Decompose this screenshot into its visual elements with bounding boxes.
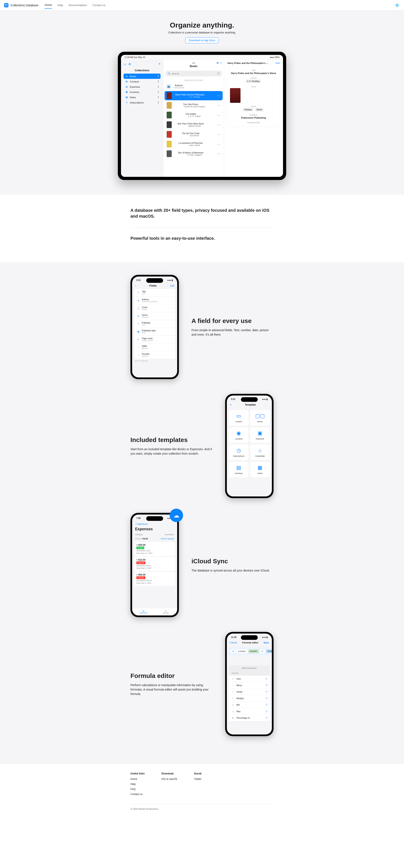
hero-section: Organize anything. Collections is a pers… [0,10,404,195]
sidebar-item: ↻Subscriptions1 [123,100,161,105]
book-item: She: A History of AdventureH. Rider Hagg… [165,149,223,158]
field-item: ◎AuthorsDocuments selection› [134,297,175,305]
book-item: The HobbitJ. R. R. Tolkien⋯ [165,111,223,120]
book-item: Le avventure di PinocchioCarlo Collodi⋯ [165,140,223,149]
cover-image [230,88,240,103]
footer-column: Useful linksHomeHelpFAQContact us [131,772,145,798]
footer-link[interactable]: Help [131,783,145,785]
back-link: ‹ Collections [135,523,148,525]
back-icon: ‹ [135,284,136,287]
plus-icon: + [158,62,161,66]
sidebar-item: ▭Books8 [123,73,161,79]
globe-icon[interactable]: 🌐 [394,2,400,8]
field-item: ♡FavoriteBoolean› [134,351,175,359]
field-item: ▢CoverPicture› [134,305,175,312]
formula-op: ×Multiplyⓘ [229,695,270,702]
plus-icon: + [220,61,222,64]
formula-op: −Minusⓘ [229,682,270,689]
intro-line-1: A database with 20+ field types, privacy… [131,207,273,219]
download-button[interactable]: Download on App Store [185,37,219,43]
field-item: #Page countInteger number› [134,336,175,343]
site-footer: Useful linksHomeHelpFAQContact usDownloa… [126,764,278,818]
template-card: ▢▢Books [250,410,270,426]
footer-link[interactable]: Twitter [194,778,201,780]
tab-collections: ▤Collections [132,608,155,616]
iphone-mockup-icloud: 7:09 ●●● ▮ ‹ Collections Expenses Catego… [131,513,179,617]
feature-templates: 5:51 ●●● ▮ ✕ Template ▭Custom▢▢Books◉Con… [126,394,278,498]
book-item: The Little PrinceAntoine de Saint-Exupér… [165,101,223,110]
footer-link[interactable]: FAQ [131,788,145,790]
template-card: ◉Contacts [229,427,249,443]
feature-formula-title: Formula editor [131,672,212,680]
search-icon: 🔍 [168,72,170,75]
logo-icon [4,3,8,7]
expense-item: + $25.00IncomeDescription SofaDate May 1… [134,542,175,556]
cloud-icon: ☁ [170,509,183,522]
field-item: TPublisherText› [134,320,175,328]
field-item: TTitleText› [134,289,175,297]
feature-icloud-body: The database is synced across all your d… [192,568,273,573]
book-item: The Da Vinci CodeDan Brown⋯ [165,130,223,139]
nav-documentation[interactable]: Documentation [68,2,87,8]
feature-formula: 11:18 ●●● ▮ Cancel Formula editor Save i… [126,632,278,736]
gear-icon: ⚙ [128,62,131,66]
formula-op: %Percentage ofⓘ [229,715,270,721]
subcollection-item: 👥 Authors 8 documents [163,82,224,91]
formula-op: ∧Maxⓘ [229,708,270,715]
ipad-middle-column: ••• Books ⊖ + 🔍 Search ⓧ SUBCOLLECTIONS [163,60,224,177]
subcollections-label: SUBCOLLECTIONS [163,78,224,82]
divider [131,227,273,228]
iphone-mockup-fields: 5:31 ●●● ▮ ‹ Fields Edit TTitleText›◎Aut… [131,275,179,379]
brand-name: Collections Database [10,4,38,7]
template-card: ▭Custom [229,410,249,426]
feature-icloud: ☁ 7:09 ●●● ▮ ‹ Collections Expenses Cate… [126,513,278,617]
sidebar-toggle-icon: ▭ [123,62,126,66]
feature-fields-body: From simple to advanced fields. Text, nu… [192,328,273,337]
clear-icon: ⓧ [218,72,220,75]
feature-templates-title: Included templates [131,436,212,444]
feature-fields-title: A field for every use [192,317,273,325]
feature-formula-body: Perform calculations or manipulate infor… [131,683,212,696]
sidebar-item: ▣Inventory1 [123,89,161,95]
detail-header-title: Harry Potter and the Philosopher's Stone [227,62,269,64]
ipad-detail-column: Harry Potter and the Philosopher's Stone… [224,60,283,177]
footer-link[interactable]: iOS & macOS [162,778,177,780]
middle-title: Books [190,65,198,68]
tab-settings: ⚙Settings [155,608,177,616]
feature-fields: 5:31 ●●● ▮ ‹ Fields Edit TTitleText›◎Aut… [126,275,278,379]
ipad-sidebar: ▭ ⚙ + Collections ▭Books8◉Contacts1▤Expe… [121,60,163,177]
formula-op: ÷Divideⓘ [229,689,270,695]
book-item: And Then There Were NoneAgatha Christie⋯ [165,120,223,129]
intro-line-2: Powerful tools in an easy-to-use interfa… [131,235,273,241]
svg-rect-0 [5,4,7,6]
sidebar-item: ▤Expenses1 [123,84,161,89]
search-input: 🔍 Search ⓧ [165,71,222,76]
field-item: ⁝ISBNBarcode› [134,343,175,351]
formula-expression: if Compare Duration <> Week ho [229,647,270,655]
top-nav: Home Help Documentation Contact us [45,2,106,9]
feature-icloud-title: iCloud Sync [192,557,273,565]
dots-icon: ••• [192,61,195,65]
nav-contact[interactable]: Contact us [92,2,106,8]
template-card: ⌂Credentials [250,444,270,460]
filter-icon: ⊖ [217,61,219,64]
expense-item: + $50.00ExpenseDescription ShoesDate May… [134,572,175,586]
template-card: ▣Expenses [250,427,270,443]
features-section: 5:31 ●●● ▮ ‹ Fields Edit TTitleText›◎Aut… [0,262,404,764]
iphone-mockup-templates: 5:51 ●●● ▮ ✕ Template ▭Custom▢▢Books◉Con… [225,394,273,498]
sidebar-item: ◉Contacts1 [123,79,161,84]
footer-column: SocialTwitter [194,772,201,798]
intro-section: A database with 20+ field types, privacy… [126,195,278,262]
template-card: ▤Inventory [229,462,249,477]
nav-home[interactable]: Home [45,2,52,9]
book-item: Harry Potter and the Philosoph…J. K. Row… [165,91,223,100]
field-item: ▦Published dateDate› [134,328,175,336]
footer-column: DownloadiOS & macOS [162,772,177,798]
footer-link[interactable]: Home [131,778,145,780]
footer-link[interactable]: Contact us [131,793,145,796]
copyright: © 2024 Risolvi Productions [131,808,273,810]
hero-subtitle: Collections is a personal database to or… [4,31,400,34]
hero-title: Organize anything. [4,21,400,29]
ipad-mockup: 11:59 AM Sun May 19 ●●● 100% ▭ ⚙ + Colle… [118,52,286,180]
nav-help[interactable]: Help [57,2,63,8]
